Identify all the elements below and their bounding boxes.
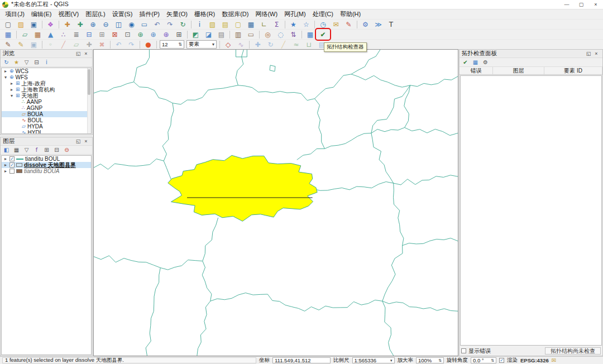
- zoom-last-button[interactable]: ↶: [151, 20, 164, 29]
- menu-item-6[interactable]: 插件(P): [136, 9, 163, 19]
- validate-all-button[interactable]: ✔: [461, 59, 470, 66]
- statistical-summary-button[interactable]: Σ: [270, 20, 283, 29]
- split-features-button[interactable]: ╱: [277, 40, 290, 49]
- menu-item-11[interactable]: 网孔(M): [281, 9, 309, 19]
- show-layout-button[interactable]: ▭: [245, 30, 257, 39]
- digitize-line-button[interactable]: ╱: [57, 40, 70, 49]
- close-panel-icon[interactable]: ×: [82, 138, 90, 144]
- text-annotation-button[interactable]: T: [385, 20, 398, 29]
- check-geometries-button[interactable]: ▦: [304, 30, 317, 39]
- menu-item-7[interactable]: 矢量(O): [163, 9, 191, 19]
- undock-panel-icon[interactable]: ◱: [74, 138, 82, 144]
- show-errors-checkbox[interactable]: [461, 348, 466, 353]
- map-tips-button[interactable]: ✉: [329, 20, 342, 29]
- tree-item[interactable]: ▱HYDA: [2, 123, 91, 130]
- select-by-expression-button[interactable]: ▤: [219, 20, 232, 29]
- tree-item[interactable]: ∿HYDL: [2, 130, 91, 134]
- add-wms-layer-button[interactable]: ⊕: [134, 30, 147, 39]
- layer-visibility-checkbox[interactable]: [9, 169, 15, 174]
- close-button[interactable]: ×: [588, 2, 603, 7]
- new-geopackage-layer-button[interactable]: ◪: [202, 30, 215, 39]
- filter-by-expression-button[interactable]: f: [32, 146, 41, 154]
- menu-item-1[interactable]: 项目(J): [2, 9, 28, 19]
- layer-item[interactable]: ▸✓dissolve 天地图县界: [2, 162, 91, 168]
- pan-to-selection-button[interactable]: ✚: [74, 20, 87, 29]
- filter-legend-button[interactable]: ▽: [22, 146, 31, 154]
- digitize-point-button[interactable]: ◦: [44, 40, 57, 49]
- expand-all-layers-button[interactable]: ⊞: [42, 146, 51, 154]
- topology-column-header[interactable]: 图层: [493, 67, 544, 74]
- add-postgis-layer-button[interactable]: ⊟: [83, 30, 95, 39]
- layer-item[interactable]: ▸tianditu BOUA: [2, 168, 91, 174]
- merge-features-button[interactable]: ⊔: [303, 40, 315, 49]
- tracing-toggle-button[interactable]: ∿: [234, 40, 247, 49]
- new-scratch-layer-button[interactable]: ▤: [215, 30, 228, 39]
- undock-panel-icon[interactable]: ◱: [74, 51, 82, 56]
- collapse-arrow-icon[interactable]: ▾: [9, 93, 14, 98]
- scale-combo[interactable]: 1:565336▾: [352, 357, 395, 363]
- redo-button[interactable]: ↷: [125, 40, 138, 49]
- new-annotation-button[interactable]: ✎: [342, 20, 355, 29]
- add-oracle-layer-button[interactable]: ⊠: [108, 30, 121, 39]
- refresh-browser-button[interactable]: ↻: [2, 59, 11, 66]
- collapse-all-layers-button[interactable]: ⊟: [52, 146, 61, 154]
- collapse-arrow-icon[interactable]: ▾: [3, 75, 8, 80]
- georeferencer-button[interactable]: ◎: [261, 30, 274, 39]
- add-spatialite-layer-button[interactable]: ⊞: [95, 30, 108, 39]
- tree-item[interactable]: ∴AGNP: [2, 105, 91, 111]
- select-features-button[interactable]: ▧: [206, 20, 219, 29]
- add-mesh-layer-button[interactable]: ▲: [44, 30, 57, 39]
- open-project-button[interactable]: ▨: [15, 20, 27, 29]
- add-wfs-layer-button[interactable]: ⊕: [160, 30, 173, 39]
- menu-item-9[interactable]: 数据库(D): [218, 9, 252, 19]
- map-canvas[interactable]: [93, 49, 458, 356]
- style-manager-button[interactable]: ❖: [44, 20, 57, 29]
- menu-item-3[interactable]: 视图(V): [55, 9, 83, 19]
- add-xyz-layer-button[interactable]: ⊞: [173, 30, 185, 39]
- messages-icon[interactable]: ✉: [552, 357, 556, 363]
- rotation-input[interactable]: 0.0 °⇅: [471, 357, 496, 363]
- menu-item-12[interactable]: 处理(C): [309, 9, 337, 19]
- reshape-features-button[interactable]: ≈: [290, 40, 303, 49]
- toggle-editing-button[interactable]: ✎: [15, 40, 27, 49]
- configure-topology-button[interactable]: ⚙: [481, 59, 490, 66]
- menu-item-8[interactable]: 栅格(R): [191, 9, 218, 19]
- identify-features-button[interactable]: i: [193, 20, 206, 29]
- add-delimited-text-layer-button[interactable]: ≣: [70, 30, 83, 39]
- add-raster-layer-button[interactable]: ▦: [31, 30, 44, 39]
- show-bookmarks-button[interactable]: ☆: [300, 20, 313, 29]
- crs-label[interactable]: EPSG:4326: [520, 357, 549, 363]
- add-favorite-button[interactable]: ★: [12, 59, 21, 66]
- snap-tolerance-combo[interactable]: 12⇅: [160, 40, 184, 49]
- refresh-map-button[interactable]: ↻: [176, 20, 189, 29]
- expand-arrow-icon[interactable]: ▸: [3, 162, 8, 167]
- add-virtual-layer-button[interactable]: ⊡: [121, 30, 134, 39]
- move-feature-button[interactable]: ✚: [251, 40, 264, 49]
- undo-button[interactable]: ↶: [112, 40, 125, 49]
- expand-arrow-icon[interactable]: ▸: [3, 69, 8, 74]
- processing-toolbox-button[interactable]: ⚙: [359, 20, 372, 29]
- osm-marker-button[interactable]: ●: [142, 40, 155, 49]
- add-wcs-layer-button[interactable]: ⊕: [147, 30, 160, 39]
- render-checkbox[interactable]: ✓: [499, 358, 504, 363]
- deselect-features-button[interactable]: ▢: [232, 20, 245, 29]
- selected-feature-polygon[interactable]: [168, 155, 317, 221]
- pan-map-button[interactable]: ✚: [61, 20, 74, 29]
- rotate-feature-button[interactable]: ↻: [264, 40, 277, 49]
- new-project-button[interactable]: ▢: [2, 20, 15, 29]
- tree-item[interactable]: ∴AANP: [2, 99, 91, 105]
- layer-visibility-checkbox[interactable]: ✓: [9, 156, 15, 161]
- delete-selected-button[interactable]: ✖: [95, 40, 108, 49]
- validate-extent-button[interactable]: ▦: [471, 59, 480, 66]
- menu-item-2[interactable]: 编辑(E): [28, 9, 55, 19]
- tree-item[interactable]: ▾⊕WFS: [2, 74, 91, 80]
- tree-item[interactable]: ▸⊕WCS: [2, 68, 91, 74]
- open-attribute-table-button[interactable]: ▦: [245, 20, 257, 29]
- tree-item[interactable]: ▸⊞上海教育机构: [2, 87, 91, 93]
- snap-mode-combo[interactable]: 要素▾: [186, 40, 217, 49]
- menu-item-13[interactable]: 帮助(H): [337, 9, 364, 19]
- layout-manager-button[interactable]: ▥: [232, 30, 245, 39]
- metasearch-button[interactable]: ◌: [274, 30, 287, 39]
- expand-arrow-icon[interactable]: ▸: [9, 87, 14, 92]
- topology-checker-button[interactable]: ✔: [317, 30, 329, 39]
